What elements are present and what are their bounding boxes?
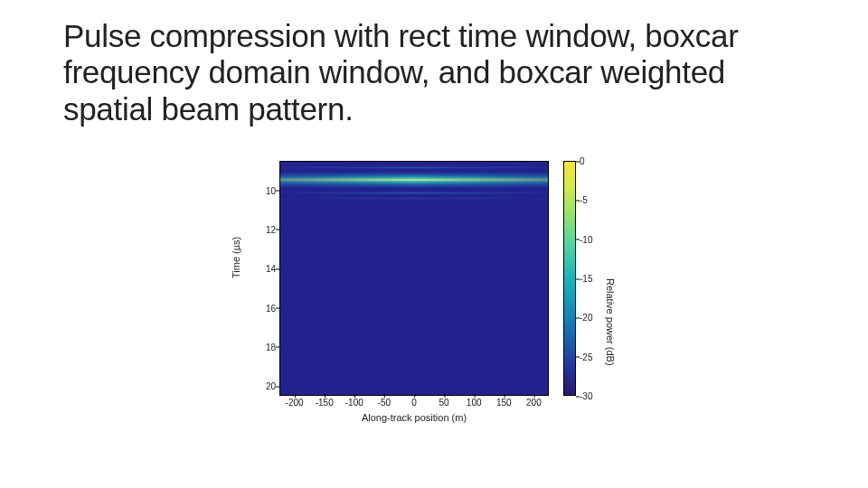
colorbar-label: Relative power (dB) [605,278,616,366]
x-tick: 150 [496,398,512,408]
colorbar-tick: -30 [580,391,592,401]
y-tick: 10 [250,185,276,195]
slide: Pulse compression with rect time window,… [0,0,868,488]
colorbar-tick: -15 [580,274,592,284]
x-tick: 0 [411,398,417,408]
colorbar [563,161,576,396]
heatmap-sidelobe [279,166,549,169]
heatmap-sidelobe [279,192,549,194]
colorbar-tick: -20 [580,313,592,323]
y-tick: 16 [250,303,276,313]
x-tick: 50 [439,398,449,408]
x-tick: 100 [467,398,482,408]
x-axis-label: Along-track position (m) [279,412,549,423]
y-tick: 12 [250,224,276,234]
colorbar-tick: -5 [580,195,588,205]
y-tick: 18 [250,342,276,352]
colorbar-tick: -25 [580,352,592,361]
heatmap-background [279,161,549,396]
heatmap-axes [279,161,549,396]
colorbar-tick: 0 [580,156,585,166]
x-tick: -100 [345,398,363,408]
x-tick: -200 [286,398,304,408]
x-tick: 200 [526,398,542,408]
y-tick: 14 [250,264,276,274]
x-tick: -50 [378,398,391,408]
y-axis-label: Time (µs) [231,237,241,278]
slide-title: Pulse compression with rect time window,… [63,18,814,127]
y-tick: 20 [250,381,276,391]
heatmap-sidelobe [279,197,549,200]
x-tick: -150 [316,398,334,408]
colorbar-tick: -10 [580,234,592,244]
chart-figure: 10 12 14 16 18 20 -200 -150 -100 -50 0 5… [231,154,628,438]
heatmap-main-return [279,172,549,188]
